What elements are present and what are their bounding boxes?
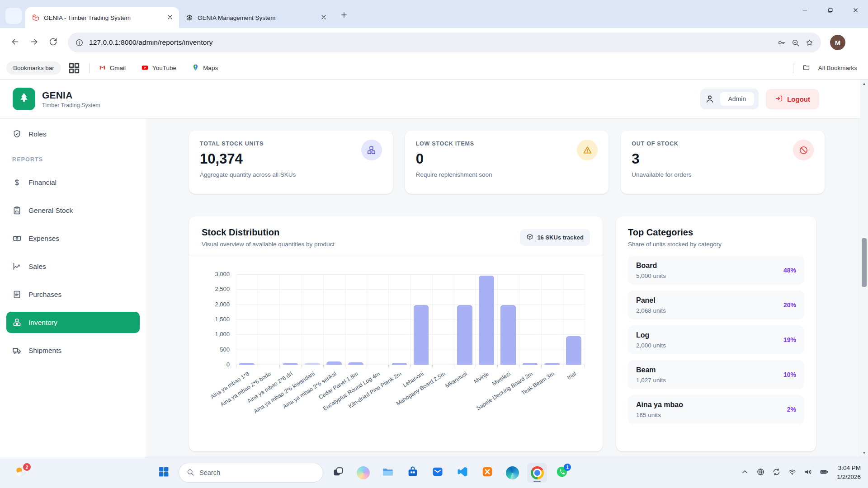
- scroll-thumb[interactable]: [862, 238, 867, 287]
- taskbar-edge-button[interactable]: [502, 463, 522, 483]
- taskbar-file-explorer-button[interactable]: [378, 463, 398, 483]
- close-window-button[interactable]: [843, 0, 868, 22]
- divider: [793, 63, 793, 73]
- stat-description: Require replenishment soon: [416, 171, 598, 178]
- all-bookmarks-button[interactable]: All Bookmarks: [798, 61, 862, 75]
- site-info-icon[interactable]: [75, 38, 84, 47]
- password-key-icon[interactable]: [777, 38, 786, 47]
- battery-button[interactable]: [819, 468, 828, 477]
- taskbar-whatsapp-button[interactable]: 1: [552, 463, 572, 483]
- tab-genia-timber[interactable]: GENIA - Timber Trading System: [25, 7, 179, 28]
- sidebar-item-inventory[interactable]: Inventory: [6, 312, 140, 333]
- taskbar-copilot-button[interactable]: [353, 463, 373, 483]
- sidebar-item-label: Shipments: [28, 347, 61, 355]
- gridline: [410, 274, 411, 365]
- new-tab-button[interactable]: [337, 9, 351, 23]
- plus-icon: [340, 11, 348, 21]
- bookmark-maps[interactable]: Maps: [187, 61, 222, 75]
- tab-close-icon[interactable]: [166, 14, 175, 22]
- tab-close-icon[interactable]: [320, 14, 328, 22]
- address-bar[interactable]: 127.0.0.1:8000/admin/reports/inventory: [68, 33, 821, 52]
- clock-time: 3:04 PM: [837, 464, 861, 473]
- profile-avatar[interactable]: M: [830, 35, 845, 50]
- sidebar-item-purchases[interactable]: Purchases: [6, 284, 140, 305]
- back-button[interactable]: [7, 35, 23, 50]
- taskbar-mail-button[interactable]: [428, 463, 448, 483]
- bookmark-youtube[interactable]: YouTube: [137, 61, 181, 75]
- taskbar-xampp-button[interactable]: [477, 463, 497, 483]
- stat-value: 10,374: [200, 151, 382, 167]
- window-controls: [792, 0, 868, 22]
- category-units: 2,068 units: [636, 307, 666, 314]
- sidebar-item-roles[interactable]: Roles: [6, 123, 140, 145]
- sidebar-item-sales[interactable]: Sales: [6, 256, 140, 277]
- forward-button[interactable]: [26, 35, 42, 50]
- y-axis-tick: 0: [202, 361, 230, 368]
- widgets-weather-button[interactable]: 2: [12, 464, 29, 481]
- gridline: [323, 274, 324, 365]
- category-row-board[interactable]: Board5,000 units48%: [628, 256, 804, 285]
- taskbar-microsoft-store-button[interactable]: [403, 463, 423, 483]
- tab-genia-management[interactable]: GENIA Management System: [179, 7, 333, 28]
- sidebar-section-reports: REPORTS: [12, 156, 134, 163]
- gridline: [367, 274, 367, 365]
- category-percent: 48%: [783, 267, 796, 274]
- logout-button[interactable]: Logout: [766, 89, 819, 109]
- user-menu[interactable]: Admin: [700, 89, 759, 109]
- minimize-button[interactable]: [792, 0, 817, 22]
- zoom-out-icon[interactable]: [791, 38, 800, 47]
- start-button[interactable]: [154, 463, 174, 483]
- gridline: [476, 274, 476, 365]
- globe-icon: [756, 468, 765, 478]
- sidebar-item-financial[interactable]: Financial: [6, 172, 140, 193]
- taskbar-chrome-button[interactable]: [527, 463, 547, 483]
- bar-mkaretusi: [457, 305, 472, 365]
- scroll-up-arrow[interactable]: ▲: [860, 80, 868, 88]
- network-globe-button[interactable]: [756, 468, 765, 477]
- taskbar-search[interactable]: Search: [179, 463, 323, 483]
- browser-menu-button[interactable]: [849, 35, 861, 50]
- scroll-down-arrow[interactable]: ▼: [860, 449, 868, 457]
- category-row-beam[interactable]: Beam1,027 units10%: [628, 360, 804, 389]
- tab-search-button[interactable]: [5, 8, 22, 24]
- bookmark-gmail[interactable]: Gmail: [94, 61, 130, 75]
- task-view-icon: [332, 465, 344, 480]
- top-categories-card: Top Categories Share of units stocked by…: [616, 216, 816, 451]
- taskbar-clock[interactable]: 3:04 PM 1/2/2026: [837, 464, 861, 481]
- dollar-icon: [12, 178, 22, 187]
- volume-icon: [804, 468, 812, 478]
- sync-icon: [772, 468, 781, 478]
- apps-grid-icon[interactable]: [66, 61, 82, 76]
- sidebar-item-label: Inventory: [28, 319, 57, 327]
- sidebar-item-general-stock[interactable]: General Stock: [6, 200, 140, 221]
- taskbar-vscode-button[interactable]: [453, 463, 472, 483]
- wifi-button[interactable]: [788, 468, 797, 477]
- tray-chevron-button[interactable]: [740, 468, 749, 477]
- gridline: [454, 274, 454, 365]
- volume-button[interactable]: [803, 468, 812, 477]
- category-row-panel[interactable]: Panel2,068 units20%: [628, 291, 804, 319]
- sidebar-item-shipments[interactable]: Shipments: [6, 340, 140, 361]
- taskbar-task-view-button[interactable]: [328, 463, 348, 483]
- sidebar-item-expenses[interactable]: Expenses: [6, 228, 140, 249]
- all-bookmarks-label: All Bookmarks: [818, 65, 857, 71]
- sync-button[interactable]: [772, 468, 781, 477]
- maximize-button[interactable]: [817, 0, 843, 22]
- stat-label: TOTAL STOCK UNITS: [200, 141, 382, 147]
- page-scrollbar[interactable]: ▲ ▼: [860, 80, 868, 457]
- category-name: Aina ya mbao: [636, 401, 683, 409]
- reload-button[interactable]: [45, 35, 61, 50]
- receipt-icon: [12, 290, 22, 299]
- chrome-icon: [531, 466, 544, 479]
- bookmark-star-icon[interactable]: [805, 38, 814, 47]
- laravel-favicon-icon: [32, 14, 40, 22]
- bookmarks-bar-label[interactable]: Bookmarks bar: [6, 61, 61, 75]
- category-row-log[interactable]: Log2,000 units19%: [628, 325, 804, 354]
- battery-icon: [820, 468, 828, 478]
- category-row-aina-ya-mbao[interactable]: Aina ya mbao165 units2%: [628, 395, 804, 424]
- sidebar-item-label: Purchases: [28, 291, 61, 299]
- gridline: [432, 274, 433, 365]
- reload-icon: [48, 37, 58, 48]
- category-percent: 2%: [787, 406, 796, 413]
- stat-label: OUT OF STOCK: [632, 141, 814, 147]
